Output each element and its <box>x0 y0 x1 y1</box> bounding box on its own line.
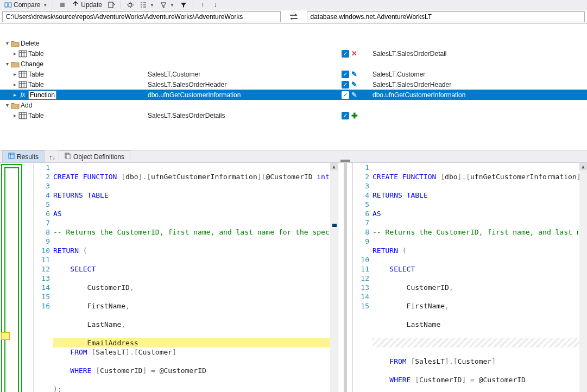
row-target: dbo.ufnGetCustomerInformation <box>373 91 465 99</box>
row-target: SalesLT.SalesOrderHeader <box>373 81 451 88</box>
options-button[interactable] <box>124 0 136 10</box>
include-checkbox[interactable]: ✓ <box>342 91 349 99</box>
tab-results-label: Results <box>17 153 39 161</box>
edit-action-icon: ✎ <box>351 91 358 99</box>
change-function-row[interactable]: ▸ fx Function dbo.ufnGetCustomerInformat… <box>0 90 587 100</box>
tab-object-definitions[interactable]: Object Definitions <box>59 150 130 162</box>
expand-icon[interactable]: ▸ <box>11 112 18 118</box>
collapse-icon[interactable]: ▾ <box>3 61 11 67</box>
add-action-icon: ✚ <box>351 112 358 119</box>
gear-icon <box>127 1 134 9</box>
compare-label: Compare <box>14 1 40 9</box>
source-code[interactable]: CREATE FUNCTION [dbo].[ufnGetCustomerInf… <box>53 163 338 392</box>
stop-icon <box>59 1 66 9</box>
include-checkbox[interactable]: ✓ <box>342 71 349 78</box>
update-button[interactable]: Update <box>70 0 104 10</box>
svg-rect-1 <box>9 3 11 7</box>
row-type: Table <box>28 112 44 119</box>
diff-overview[interactable] <box>0 163 34 392</box>
source-gutter: 12345678910111213141516 <box>34 163 53 392</box>
target-code[interactable]: CREATE FUNCTION [dbo].[ufnGetCustomerInf… <box>373 163 587 392</box>
row-type: Table <box>28 71 44 78</box>
next-diff-button[interactable]: ↓ <box>210 0 222 10</box>
add-details-row[interactable]: ▸ Table SalesLT.SalesOrderDetails ✓✚ <box>0 110 587 121</box>
target-code-pane[interactable]: 123456789 101112131415 CREATE FUNCTION [… <box>353 163 587 392</box>
compare-button[interactable]: Compare ▼ <box>2 0 49 10</box>
svg-rect-3 <box>109 2 113 8</box>
scroll-up-icon[interactable]: ▲ <box>579 163 587 170</box>
scrollbar-vertical[interactable]: ▲ <box>579 163 587 392</box>
pane-divider[interactable] <box>338 163 353 392</box>
path-row <box>0 10 587 24</box>
row-source: SalesLT.SalesOrderHeader <box>148 81 226 88</box>
target-path-input[interactable] <box>307 11 585 22</box>
row-type: Table <box>28 81 44 88</box>
filter-button[interactable]: ▼ <box>157 0 176 10</box>
collapse-icon[interactable]: ▾ <box>3 40 11 46</box>
delete-table-row[interactable]: ▸ Table ✓✕ SalesLT.SalesOrderDetail <box>0 48 587 59</box>
change-customer-row[interactable]: ▸ Table SalesLT.Customer ✓✎ SalesLT.Cust… <box>0 69 587 79</box>
arrow-down-icon: ↓ <box>212 1 219 9</box>
include-checkbox[interactable]: ✓ <box>342 112 349 119</box>
stop-button[interactable] <box>56 0 68 10</box>
table-icon <box>18 71 27 78</box>
results-icon <box>8 153 15 161</box>
compare-dropdown-icon: ▼ <box>43 3 47 8</box>
change-header-row[interactable]: ▸ Table SalesLT.SalesOrderHeader ✓✎ Sale… <box>0 79 587 90</box>
svg-rect-2 <box>60 3 65 7</box>
group-delete-row[interactable]: ▾ Delete <box>0 38 587 48</box>
source-code-pane[interactable]: 12345678910111213141516 CREATE FUNCTION … <box>34 163 338 392</box>
folder-icon <box>11 102 20 109</box>
group-change-label: Change <box>21 60 43 68</box>
filter-solid-icon <box>180 1 187 9</box>
delete-action-icon: ✕ <box>351 50 358 58</box>
expand-icon[interactable]: ▸ <box>11 92 18 98</box>
source-path-input[interactable] <box>2 11 281 22</box>
tab-defs-label: Object Definitions <box>73 153 124 161</box>
group-add-label: Add <box>21 102 32 109</box>
row-source: dbo.ufnGetCustomerInformation <box>148 91 241 99</box>
tab-results[interactable]: Results <box>2 150 45 162</box>
main-toolbar: Compare ▼ Update ▼ ▼ ↑ ↓ <box>0 0 587 10</box>
table-icon <box>18 81 27 88</box>
row-target: SalesLT.Customer <box>373 71 425 78</box>
svg-point-4 <box>129 3 132 7</box>
prev-diff-button[interactable]: ↑ <box>197 0 209 10</box>
swap-button[interactable] <box>283 13 305 21</box>
filter-icon <box>160 1 167 9</box>
svg-rect-9 <box>9 153 14 159</box>
folder-icon <box>11 60 20 68</box>
expand-icon[interactable]: ▸ <box>11 81 18 87</box>
separator <box>193 1 193 9</box>
include-checkbox[interactable]: ✓ <box>342 50 349 58</box>
filter-dropdown-icon: ▼ <box>170 3 174 8</box>
script-button[interactable] <box>105 0 117 10</box>
compare-icon <box>4 1 12 9</box>
scroll-up-icon[interactable]: ▲ <box>330 163 338 170</box>
source-path-box <box>0 10 283 23</box>
script-icon <box>108 1 115 9</box>
filter2-button[interactable] <box>178 0 190 10</box>
expand-icon[interactable]: ▸ <box>11 71 18 77</box>
row-target: SalesLT.SalesOrderDetail <box>373 50 447 58</box>
edit-action-icon: ✎ <box>351 81 358 88</box>
arrow-up-icon: ↑ <box>199 1 206 9</box>
svg-rect-8 <box>19 112 27 118</box>
scrollbar-vertical[interactable]: ▲ <box>330 163 338 392</box>
group-add-row[interactable]: ▾ Add <box>0 100 587 110</box>
collapse-icon[interactable]: ▾ <box>3 102 11 108</box>
separator <box>53 1 53 9</box>
table-icon <box>18 50 27 58</box>
defs-icon <box>65 153 71 161</box>
row-type: Function <box>28 91 56 99</box>
group-dropdown-icon: ▼ <box>150 3 154 8</box>
group-change-row[interactable]: ▾ Change <box>0 59 587 69</box>
group-button[interactable]: ▼ <box>137 0 156 10</box>
target-path-box <box>305 10 588 23</box>
include-checkbox[interactable]: ✓ <box>342 81 349 88</box>
diff-viewer: 12345678910111213141516 CREATE FUNCTION … <box>0 162 587 392</box>
expand-icon[interactable]: ▸ <box>11 50 18 56</box>
comparison-tree: ▾ Delete ▸ Table ✓✕ SalesLT.SalesOrderDe… <box>0 24 587 150</box>
svg-rect-5 <box>19 50 27 56</box>
sort-button[interactable]: ↑↓ <box>46 153 59 162</box>
